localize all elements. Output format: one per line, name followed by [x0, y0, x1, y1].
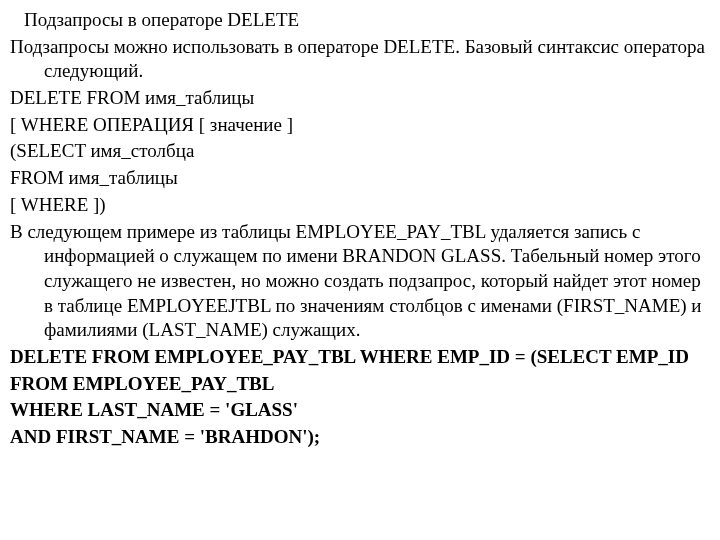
sql-line-3: WHERE LAST_NAME = 'GLASS'	[10, 398, 710, 423]
paragraph-intro: Подзапросы можно использовать в оператор…	[10, 35, 710, 84]
sql-line-4: AND FIRST_NAME = 'BRAHDON');	[10, 425, 710, 450]
syntax-line-2: [ WHERE ОПЕРАЦИЯ [ значение ]	[10, 113, 710, 138]
paragraph-example: В следующем примере из таблицы EMPLOYEE_…	[10, 220, 710, 343]
syntax-line-1: DELETE FROM имя_таблицы	[10, 86, 710, 111]
sql-line-2: FROM EMPLOYEE_PAY_TBL	[10, 372, 710, 397]
sql-line-1: DELETE FROM EMPLOYEE_PAY_TBL WHERE EMP_I…	[10, 345, 710, 370]
slide-title: Подзапросы в операторе DELETE	[10, 8, 710, 33]
syntax-line-5: [ WHERE ])	[10, 193, 710, 218]
syntax-line-3: (SELECT имя_столбца	[10, 139, 710, 164]
syntax-line-4: FROM имя_таблицы	[10, 166, 710, 191]
